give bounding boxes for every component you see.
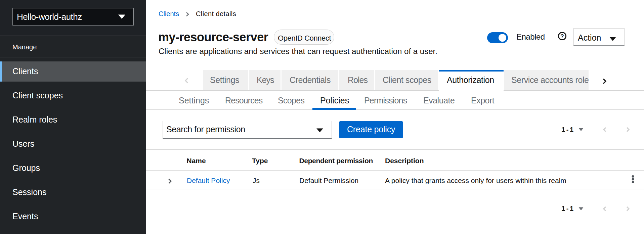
svg-text:?: ?: [560, 33, 564, 40]
